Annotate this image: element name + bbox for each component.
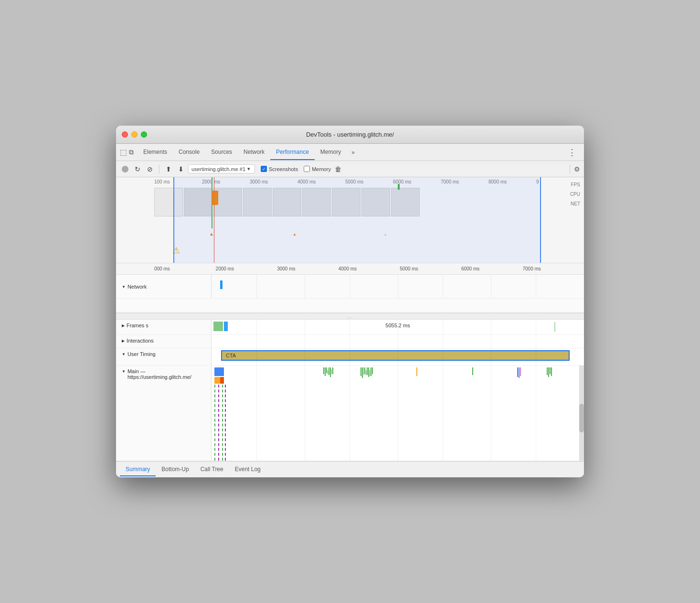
- frames-green-bar: [213, 322, 223, 331]
- chevron-down-icon: ▾: [247, 166, 250, 172]
- vgrid-5: [443, 275, 443, 298]
- br-label-6000: 6000 ms: [461, 266, 523, 271]
- cta-label: CTA: [226, 353, 236, 358]
- tab-sources[interactable]: Sources: [205, 145, 238, 160]
- br-label-4000: 4000 ms: [339, 266, 400, 271]
- triangle-down-icon: ▼: [122, 285, 126, 289]
- vgrid-m5: [443, 366, 443, 461]
- vgrid-m6: [491, 366, 491, 461]
- performance-toolbar: ↻ ⊘ ⬆ ⬇ usertiming.glitch.me #1 ▾ ✓ Scre…: [116, 161, 584, 177]
- profile-dropdown-value: usertiming.glitch.me #1: [191, 166, 245, 172]
- devtools-tab-bar: ⬚ ⧉ Elements Console Sources Network Per…: [116, 144, 584, 161]
- screenshots-checkbox-group: ✓ Screenshots: [261, 166, 298, 172]
- br-label-7000: 7000 ms: [522, 266, 584, 271]
- vgrid-m1: [256, 366, 257, 461]
- cursor-icon: ⬚ ⧉: [120, 148, 134, 157]
- mark-dashed-3: [222, 385, 223, 461]
- minimize-button[interactable]: [131, 131, 138, 138]
- record-circle-icon: [122, 166, 128, 172]
- settings-gear-icon[interactable]: ⚙: [574, 165, 580, 173]
- tab-console[interactable]: Console: [173, 145, 205, 160]
- vgrid-f3: [350, 320, 350, 334]
- vgrid-3: [350, 275, 350, 298]
- tab-memory[interactable]: Memory: [315, 145, 347, 160]
- interactions-label[interactable]: ▶ Interactions: [116, 335, 212, 348]
- separator-1: [159, 164, 159, 174]
- frame-marker-right: [554, 322, 555, 332]
- vgrid-m2: [305, 366, 305, 461]
- cpu-label: CPU: [570, 192, 580, 197]
- user-timing-label[interactable]: ▼ User Timing: [116, 348, 212, 365]
- tab-performance[interactable]: Performance: [270, 145, 315, 160]
- separator-2: [570, 164, 570, 174]
- network-label-text: Network: [127, 284, 147, 290]
- maximize-button[interactable]: [141, 131, 147, 138]
- vgrid-u5: [443, 348, 443, 365]
- download-button[interactable]: ⬇: [176, 164, 186, 174]
- tab-elements[interactable]: Elements: [138, 145, 173, 160]
- vgrid-u6: [491, 348, 491, 365]
- activity-group-1: [323, 367, 333, 377]
- timeline-overview[interactable]: 100 ms 2000 ms 3000 ms 4000 ms 5000 ms 6…: [116, 177, 584, 263]
- cta-bar[interactable]: CTA: [221, 350, 570, 361]
- scrollbar-thumb[interactable]: [579, 404, 584, 432]
- selected-range: [173, 177, 541, 263]
- clear-button[interactable]: 🗑: [335, 165, 341, 173]
- vgrid-m4: [398, 366, 398, 461]
- main-label-text: Main — https://usertiming.glitch.me/: [127, 368, 207, 380]
- mark-dashed-4: [225, 385, 226, 461]
- frames-content: 5055.2 ms: [212, 320, 584, 334]
- main-row: ▼ Main — https://usertiming.glitch.me/: [116, 366, 584, 461]
- traffic-lights: [122, 131, 147, 138]
- record-button[interactable]: [120, 164, 130, 174]
- triangle-right-icon: ▶: [122, 323, 125, 328]
- vgrid-i4: [398, 335, 398, 348]
- activity-group-4: [547, 367, 552, 377]
- reload-button[interactable]: ↻: [132, 164, 143, 174]
- title-bar: DevTools - usertiming.glitch.me/: [116, 126, 584, 144]
- tab-bottom-up[interactable]: Bottom-Up: [156, 463, 194, 476]
- main-label[interactable]: ▼ Main — https://usertiming.glitch.me/: [116, 366, 212, 461]
- screenshots-checkbox[interactable]: ✓: [261, 166, 267, 172]
- vgrid-i3: [350, 335, 350, 348]
- vgrid-4: [398, 275, 398, 298]
- user-timing-label-text: User Timing: [127, 351, 156, 357]
- timeline-main: ▼ Network ...: [116, 275, 584, 477]
- br-label-0: 000 ms: [154, 266, 216, 271]
- network-row: ▼ Network: [116, 275, 584, 299]
- frames-label[interactable]: ▶ Frames s: [116, 320, 212, 334]
- activity-group-2: [361, 367, 373, 378]
- bottom-tab-bar: Summary Bottom-Up Call Tree Event Log: [116, 461, 584, 477]
- main-bar-yellow-2: [220, 377, 224, 384]
- tab-event-log[interactable]: Event Log: [229, 463, 266, 476]
- bottom-ruler: 000 ms 2000 ms 3000 ms 4000 ms 5000 ms 6…: [116, 263, 584, 275]
- vgrid-u3: [350, 348, 350, 365]
- upload-button[interactable]: ⬆: [163, 164, 174, 174]
- stop-button[interactable]: ⊘: [145, 164, 155, 174]
- vgrid-f5: [443, 320, 443, 334]
- mark-dashed-2: [218, 385, 219, 461]
- network-label[interactable]: ▼ Network: [116, 275, 212, 298]
- vgrid-m3: [350, 366, 350, 461]
- triangle-down-icon-2: ▼: [122, 352, 126, 356]
- window-title: DevTools - usertiming.glitch.me/: [306, 131, 394, 138]
- tab-call-tree[interactable]: Call Tree: [195, 463, 229, 476]
- tab-network[interactable]: Network: [238, 145, 270, 160]
- memory-checkbox-group: Memory: [304, 166, 331, 172]
- resize-handle[interactable]: ...: [116, 313, 584, 320]
- profile-dropdown[interactable]: usertiming.glitch.me #1 ▾: [188, 164, 255, 173]
- vgrid-2: [305, 275, 305, 298]
- more-tabs-button[interactable]: »: [349, 146, 358, 159]
- frames-blue-bar: [224, 322, 228, 331]
- close-button[interactable]: [122, 131, 128, 138]
- scrollbar[interactable]: [579, 366, 584, 461]
- vgrid-u2: [305, 348, 305, 365]
- memory-checkbox[interactable]: [304, 166, 310, 172]
- user-timing-row: ▼ User Timing CTA: [116, 348, 584, 366]
- tab-summary[interactable]: Summary: [120, 463, 156, 476]
- devtools-menu-icon[interactable]: ⋮: [564, 145, 580, 160]
- fps-label: FPS: [571, 182, 580, 187]
- vgrid-6: [491, 275, 491, 298]
- frames-row: ▶ Frames s 5055.2 ms: [116, 320, 584, 335]
- interactions-row: ▶ Interactions: [116, 335, 584, 348]
